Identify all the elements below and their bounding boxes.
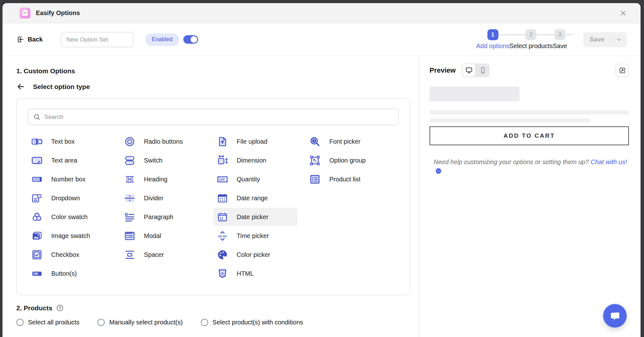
checkbox-icon: [31, 249, 43, 261]
color-picker-icon: [217, 249, 228, 261]
option-type-label: Quantity: [237, 176, 260, 183]
number-box-icon: 123: [31, 174, 43, 185]
option-type-date-range[interactable]: Date range: [214, 189, 274, 207]
search-input[interactable]: [44, 113, 394, 120]
mobile-icon: [479, 66, 487, 74]
option-type-product-list[interactable]: Product list: [306, 170, 367, 188]
radio-circle[interactable]: [16, 319, 24, 326]
option-type-image-swatch[interactable]: Image swatch: [28, 227, 96, 245]
step-select-products[interactable]: 2Select products: [509, 29, 553, 50]
product-selection-choices: Select all productsManually select produ…: [16, 319, 410, 326]
option-type-column: TFont pickerOption groupProduct list: [306, 132, 399, 283]
expand-icon: [619, 67, 626, 74]
option-type-radio-buttons[interactable]: Radio buttons: [121, 132, 189, 151]
option-type-color-picker[interactable]: Color picker: [214, 246, 277, 264]
svg-text:T: T: [314, 139, 315, 142]
preview-skeleton-block: [430, 86, 519, 101]
device-toggle: [462, 64, 490, 77]
chat-dots-icon: [435, 168, 442, 175]
svg-text:00:00: 00:00: [218, 234, 227, 238]
paragraph-icon: [124, 211, 136, 223]
option-type-button-s-[interactable]: TButton(s): [28, 264, 83, 283]
svg-text:123: 123: [34, 178, 39, 181]
option-type-label: Color swatch: [51, 213, 88, 221]
radio-select-all-products[interactable]: Select all products: [16, 319, 79, 326]
option-type-label: Color picker: [237, 251, 270, 258]
back-label: Back: [28, 36, 43, 43]
search-icon: [33, 113, 41, 121]
option-type-file-upload[interactable]: File upload: [214, 132, 274, 151]
font-picker-icon: T: [309, 136, 321, 147]
desktop-preview-button[interactable]: [462, 64, 476, 77]
option-type-modal[interactable]: Modal: [121, 227, 167, 245]
step-label: Select products: [509, 42, 553, 50]
time-picker-icon: 00:00: [217, 230, 228, 242]
option-type-date-picker[interactable]: 12Date picker: [214, 208, 297, 226]
spacer-icon: [124, 249, 136, 261]
option-type-label: Date picker: [237, 213, 269, 221]
option-type-label: Dimension: [237, 157, 266, 164]
option-type-grid: TText boxText area123Number boxDropdownC…: [28, 132, 399, 283]
option-type-label: Switch: [144, 157, 163, 164]
step-save[interactable]: 3Save: [553, 29, 567, 50]
option-type-text-box[interactable]: TText box: [28, 132, 81, 151]
option-type-column: TText boxText area123Number boxDropdownC…: [28, 132, 121, 283]
expand-preview-button[interactable]: [616, 64, 629, 77]
option-type-option-group[interactable]: Option group: [306, 151, 372, 169]
enabled-toggle[interactable]: [183, 35, 198, 44]
radio-circle[interactable]: [201, 319, 208, 326]
save-split-button: Save: [583, 32, 627, 47]
option-type-label: Text area: [51, 157, 77, 164]
radio-manually-select-product-s-[interactable]: Manually select product(s): [97, 319, 182, 326]
radio-label: Select all products: [28, 319, 79, 326]
mobile-preview-button[interactable]: [476, 64, 490, 77]
chat-launcher-button[interactable]: [603, 304, 627, 328]
option-type-column: Radio buttonsSwitchHHeadingDividerParagr…: [121, 132, 214, 283]
back-button[interactable]: Back: [16, 36, 43, 43]
status-badge: Enabled: [145, 33, 179, 46]
option-type-dimension[interactable]: Dimension: [214, 151, 273, 169]
svg-text:T: T: [35, 272, 36, 275]
svg-text:?: ?: [59, 306, 61, 310]
option-type-text-area[interactable]: Text area: [28, 151, 83, 169]
help-icon[interactable]: ?: [56, 304, 64, 312]
option-type-time-picker[interactable]: 00:00Time picker: [214, 227, 275, 245]
save-dropdown-button[interactable]: [611, 32, 627, 47]
option-set-editor: 1. Custom Options Select option type TTe…: [3, 56, 419, 337]
option-type-heading[interactable]: HHeading: [121, 170, 174, 188]
chat-with-us-link[interactable]: Chat with us!: [591, 158, 627, 165]
divider-icon: [124, 192, 136, 204]
option-type-label: Product list: [329, 176, 360, 183]
option-type-color-swatch[interactable]: Color swatch: [28, 208, 94, 226]
modal-title-bar: Easify Options: [3, 3, 641, 23]
option-type-label: Number box: [51, 176, 86, 183]
option-type-label: Time picker: [237, 232, 269, 240]
preview-heading: Preview: [430, 66, 456, 75]
step-number: 1: [487, 29, 498, 40]
option-type-label: Button(s): [51, 270, 77, 277]
option-type-font-picker[interactable]: TFont picker: [306, 132, 367, 151]
back-arrow-icon[interactable]: [16, 82, 25, 91]
step-label: Add options: [476, 42, 509, 50]
radio-circle[interactable]: [97, 319, 105, 326]
option-type-quantity[interactable]: 123Quantity: [214, 170, 266, 188]
color-swatch-icon: [31, 211, 43, 223]
chat-bubble-icon: [609, 310, 621, 322]
add-to-cart-button[interactable]: ADD TO CART: [430, 126, 629, 145]
option-type-label: Modal: [144, 232, 161, 240]
option-set-name-input[interactable]: [61, 32, 133, 47]
close-icon[interactable]: [619, 9, 627, 17]
option-type-divider[interactable]: Divider: [121, 189, 170, 207]
option-type-number-box[interactable]: 123Number box: [28, 170, 92, 188]
option-type-html[interactable]: 5HTML: [214, 264, 260, 283]
option-type-dropdown[interactable]: Dropdown: [28, 189, 86, 207]
radio-select-product-s-with-conditions[interactable]: Select product(s) with conditions: [201, 319, 303, 326]
save-button[interactable]: Save: [583, 36, 611, 43]
option-type-spacer[interactable]: Spacer: [121, 246, 170, 264]
option-type-switch[interactable]: Switch: [121, 151, 169, 169]
date-range-icon: [217, 192, 228, 204]
step-add-options[interactable]: 1Add options: [476, 29, 509, 50]
option-type-checkbox[interactable]: Checkbox: [28, 246, 86, 264]
file-upload-icon: [217, 136, 228, 147]
option-type-paragraph[interactable]: Paragraph: [121, 208, 180, 226]
